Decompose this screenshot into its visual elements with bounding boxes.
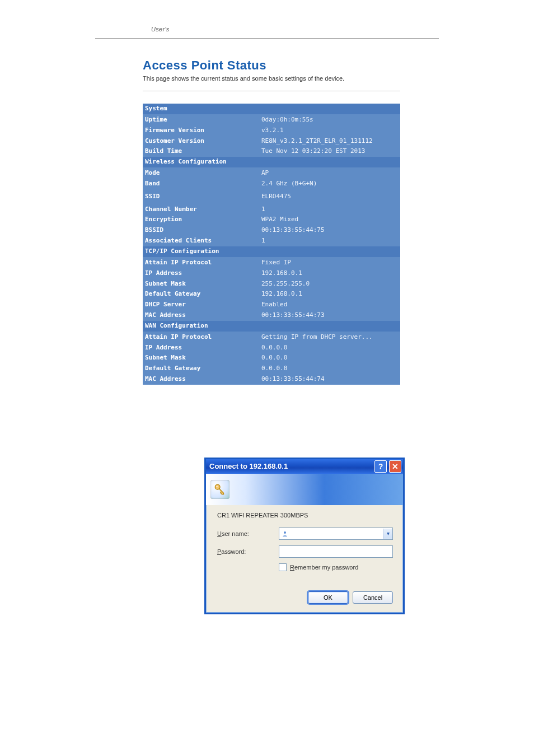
status-label: Default Gateway: [143, 363, 259, 374]
username-input[interactable]: ▾: [279, 528, 393, 540]
status-value: Getting IP from DHCP server...: [259, 332, 400, 342]
dialog-banner: [206, 474, 403, 505]
status-value: 1: [259, 236, 400, 246]
status-label: Encryption: [143, 214, 259, 225]
status-label: Mode: [143, 168, 259, 179]
status-label: Build Time: [143, 146, 259, 157]
remember-label: Remember my password: [290, 564, 358, 571]
status-value: 00:13:33:55:44:75: [259, 225, 400, 236]
username-field[interactable]: [291, 530, 383, 538]
dialog-title: Connect to 192.168.0.1: [209, 462, 372, 470]
status-value: RE8N_v3.2.1_2T2R_ELR_01_131112: [259, 136, 400, 147]
status-label: Firmware Version: [143, 125, 259, 136]
status-table: SystemUptime0day:0h:0m:55sFirmware Versi…: [143, 104, 400, 385]
status-value: 0.0.0.0: [259, 353, 400, 363]
status-value: ELRO4475: [259, 189, 400, 204]
status-value: 255.255.255.0: [259, 279, 400, 290]
ok-button[interactable]: OK: [308, 591, 348, 604]
status-label: Subnet Mask: [143, 279, 259, 290]
status-value: 00:13:33:55:44:73: [259, 310, 400, 321]
status-label: Attain IP Protocol: [143, 257, 259, 268]
status-label: Uptime: [143, 114, 259, 125]
status-value: 192.168.0.1: [259, 289, 400, 300]
cancel-button[interactable]: Cancel: [353, 591, 393, 604]
user-icon: [282, 530, 288, 537]
password-label: Password:: [217, 548, 279, 555]
status-label: Customer Version: [143, 136, 259, 147]
status-value: 0day:0h:0m:55s: [259, 114, 400, 125]
section-header: System: [143, 104, 400, 114]
status-value: AP: [259, 168, 400, 179]
status-label: IP Address: [143, 268, 259, 279]
username-dropdown-icon[interactable]: ▾: [383, 529, 392, 539]
help-button[interactable]: ?: [374, 460, 387, 473]
section-header: TCP/IP Configuration: [143, 246, 400, 257]
status-value: v3.2.1: [259, 125, 400, 136]
password-input[interactable]: [279, 545, 393, 558]
svg-point-2: [284, 531, 286, 534]
keys-icon: [210, 480, 229, 499]
status-value: 0.0.0.0: [259, 363, 400, 374]
status-value: 2.4 GHz (B+G+N): [259, 179, 400, 189]
username-label: User name:: [217, 530, 279, 537]
status-value: Enabled: [259, 300, 400, 310]
status-value: 00:13:33:55:44:74: [259, 374, 400, 385]
status-value: WPA2 Mixed: [259, 214, 400, 225]
status-label: IP Address: [143, 343, 259, 353]
close-button[interactable]: ✕: [389, 460, 401, 473]
status-value: Fixed IP: [259, 257, 400, 268]
status-label: Default Gateway: [143, 289, 259, 300]
status-label: DHCP Server: [143, 300, 259, 310]
dialog-server-label: CR1 WIFI REPEATER 300MBPS: [217, 512, 393, 519]
page-subtitle: This page shows the current status and s…: [143, 75, 400, 91]
status-label: SSID: [143, 189, 259, 204]
status-label: Channel Number: [143, 204, 259, 215]
auth-dialog: Connect to 192.168.0.1 ? ✕ CR1 WIFI REPE…: [204, 458, 405, 614]
status-label: Subnet Mask: [143, 353, 259, 363]
status-label: Associated Clients: [143, 236, 259, 246]
top-header: User's: [95, 26, 439, 39]
section-header: Wireless Configuration: [143, 157, 400, 167]
status-label: MAC Address: [143, 374, 259, 385]
status-label: BSSID: [143, 225, 259, 236]
remember-checkbox[interactable]: [279, 563, 287, 571]
dialog-titlebar[interactable]: Connect to 192.168.0.1 ? ✕: [206, 459, 403, 474]
status-value: 0.0.0.0: [259, 343, 400, 353]
status-label: Band: [143, 179, 259, 189]
status-value: 192.168.0.1: [259, 268, 400, 279]
status-value: Tue Nov 12 03:22:20 EST 2013: [259, 146, 400, 157]
svg-point-1: [217, 486, 218, 487]
status-label: Attain IP Protocol: [143, 332, 259, 342]
section-header: WAN Configuration: [143, 321, 400, 332]
password-field[interactable]: [282, 548, 392, 556]
status-value: 1: [259, 204, 400, 215]
page-title: Access Point Status: [143, 58, 400, 73]
status-label: MAC Address: [143, 310, 259, 321]
